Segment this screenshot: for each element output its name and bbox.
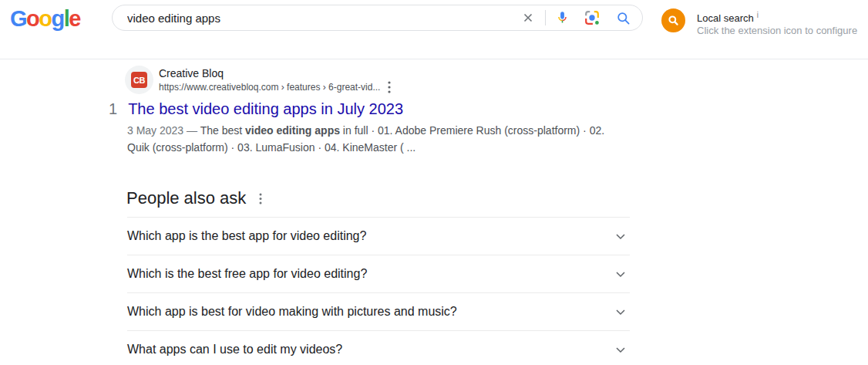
paa-question-label: What apps can I use to edit my videos? xyxy=(127,343,342,357)
search-icon[interactable] xyxy=(616,11,631,25)
chevron-down-icon[interactable] xyxy=(613,304,628,319)
result-title-link[interactable]: The best video editing apps in July 2023 xyxy=(128,99,403,119)
people-also-ask-header: People also ask xyxy=(126,188,262,208)
paa-list: Which app is the best app for video edit… xyxy=(127,217,630,365)
snippet-bold-text: video editing apps xyxy=(245,124,340,137)
snippet-text: The best xyxy=(200,124,245,137)
result-source-text: Creative Bloq https://www.creativebloq.c… xyxy=(159,66,391,94)
logo-letter: G xyxy=(10,6,26,31)
site-favicon-letters: CB xyxy=(131,72,147,88)
result-menu-icon[interactable] xyxy=(388,81,391,93)
logo-letter: g xyxy=(52,6,64,31)
chevron-down-icon[interactable] xyxy=(613,228,628,244)
result-url-row: https://www.creativebloq.com › features … xyxy=(159,81,391,93)
google-lens-icon[interactable] xyxy=(584,9,601,26)
logo-letter: o xyxy=(26,6,39,31)
logo-letter: e xyxy=(69,6,80,31)
breadcrumb[interactable]: https://www.creativebloq.com › features … xyxy=(159,82,380,93)
paa-question-row[interactable]: Which is the best free app for video edi… xyxy=(127,255,630,292)
site-favicon[interactable]: CB xyxy=(125,66,153,94)
paa-question-row[interactable]: Which app is the best app for video edit… xyxy=(127,217,630,255)
extension-panel: Local searchi Click the extension icon t… xyxy=(661,8,857,37)
chevron-down-icon[interactable] xyxy=(613,266,628,282)
paa-question-label: Which app is the best app for video edit… xyxy=(127,229,366,243)
clear-search-icon[interactable] xyxy=(521,11,535,25)
info-icon[interactable]: i xyxy=(757,11,759,19)
search-input[interactable] xyxy=(113,5,521,30)
paa-question-row[interactable]: Which app is best for video making with … xyxy=(127,292,630,330)
voice-search-mic-icon[interactable] xyxy=(556,9,569,26)
search-bar-divider xyxy=(545,10,546,25)
paa-heading: People also ask xyxy=(126,188,246,208)
extension-title: Local searchi xyxy=(697,9,857,24)
site-name[interactable]: Creative Bloq xyxy=(159,67,391,79)
paa-question-row[interactable]: What apps can I use to edit my videos? xyxy=(127,330,630,365)
paa-question-label: Which is the best free app for video edi… xyxy=(127,267,367,281)
google-serp-page: Google xyxy=(0,0,868,365)
paa-question-label: Which app is best for video making with … xyxy=(127,305,457,319)
logo-letter: o xyxy=(39,6,51,31)
search-header: Google xyxy=(0,0,868,59)
google-logo[interactable]: Google xyxy=(10,6,80,32)
result-snippet: 3 May 2023 — The best video editing apps… xyxy=(127,122,611,156)
paa-menu-icon[interactable] xyxy=(259,193,262,204)
snippet-date: 3 May 2023 — xyxy=(127,124,200,137)
result-title-row: 1 The best video editing apps in July 20… xyxy=(109,99,403,119)
search-bar[interactable] xyxy=(112,5,643,31)
chevron-down-icon[interactable] xyxy=(613,342,628,357)
local-search-extension-icon[interactable] xyxy=(661,8,685,32)
extension-text: Local searchi Click the extension icon t… xyxy=(697,8,857,37)
extension-title-label: Local search xyxy=(697,12,754,24)
extension-subtitle: Click the extension icon to configure xyxy=(697,24,857,37)
result-source-row: CB Creative Bloq https://www.creativeblo… xyxy=(125,66,391,94)
result-rank: 1 xyxy=(109,100,117,118)
search-bar-icons xyxy=(521,9,642,26)
